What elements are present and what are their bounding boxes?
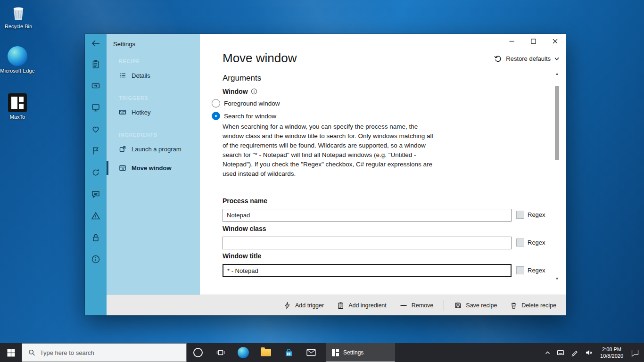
taskbar: Settings [0, 343, 644, 362]
remove-button[interactable]: Remove [394, 299, 439, 312]
save-recipe-button[interactable]: Save recipe [449, 299, 503, 312]
regex-label: Regex [528, 211, 545, 218]
keyboard-icon [119, 108, 126, 116]
updates-rail-button[interactable] [91, 168, 100, 177]
monitors-rail-button[interactable] [91, 103, 100, 112]
window-title-input[interactable] [223, 264, 512, 277]
content-pane: Move window Restore defaults Arguments W… [200, 34, 566, 295]
regex-checkbox[interactable] [516, 266, 524, 274]
window-title-regex[interactable]: Regex [516, 266, 545, 274]
trash-icon [510, 302, 517, 309]
feedback-icon [91, 189, 100, 199]
task-view-icon [216, 348, 225, 357]
taskbar-clock[interactable]: 2:08 PM 10/8/2020 [596, 343, 627, 362]
back-button[interactable] [85, 34, 107, 53]
feedback-rail-button[interactable] [91, 189, 100, 199]
back-arrow-icon [91, 40, 100, 47]
search-icon [28, 349, 35, 356]
desktop-icon-recycle-bin[interactable]: Recycle Bin [1, 3, 36, 29]
recipes-rail-button[interactable] [91, 59, 100, 69]
mail-button[interactable] [300, 343, 322, 362]
info-tooltip-icon[interactable] [251, 88, 257, 95]
window-title-label: Window title [223, 252, 261, 260]
launch-program-icon [119, 145, 126, 153]
scrollbar-thumb[interactable] [555, 86, 559, 160]
toolbar-button-label: Add trigger [295, 302, 324, 309]
restore-defaults-label: Restore defaults [506, 55, 551, 62]
undo-icon [494, 55, 502, 63]
maximize-button[interactable] [522, 34, 544, 48]
toolbar-button-label: Remove [412, 302, 434, 309]
task-view-button[interactable] [209, 343, 232, 362]
minimize-icon [509, 39, 514, 44]
scroll-down-arrow-icon[interactable]: ▼ [554, 277, 560, 281]
language-rail-button[interactable] [91, 146, 100, 156]
process-name-regex[interactable]: Regex [516, 211, 545, 219]
edge-icon [238, 347, 249, 358]
about-rail-button[interactable] [91, 255, 100, 264]
store-button[interactable] [277, 343, 300, 362]
desktop-icon-microsoft-edge[interactable]: Microsoft Edge [0, 46, 35, 74]
cortana-button[interactable] [187, 343, 209, 362]
nav-item-launch-a-program[interactable]: Launch a program [107, 140, 200, 158]
save-icon [454, 302, 462, 309]
radio-foreground-window[interactable]: Foreground window [212, 99, 280, 107]
edge-taskbar-button[interactable] [232, 343, 255, 362]
close-icon [553, 39, 558, 44]
regex-checkbox[interactable] [516, 239, 524, 247]
action-center-button[interactable] [627, 343, 643, 362]
radio-search-for-window[interactable]: Search for window [212, 112, 276, 120]
flag-icon [91, 146, 100, 156]
monitor-icon [91, 103, 100, 112]
clock-time: 2:08 PM [602, 346, 621, 353]
volume-button[interactable] [582, 343, 596, 362]
file-explorer-button[interactable] [255, 343, 277, 362]
mail-icon [306, 349, 316, 356]
add-trigger-button[interactable]: Add trigger [278, 299, 330, 312]
window-class-regex[interactable]: Regex [516, 239, 545, 247]
nav-title: Settings [107, 34, 200, 48]
hidden-icons-button[interactable] [542, 343, 553, 362]
troubleshoot-rail-button[interactable] [91, 211, 100, 221]
nav-item-details[interactable]: Details [107, 66, 200, 85]
process-name-label: Process name [223, 197, 267, 205]
search-input[interactable] [40, 349, 180, 356]
favorites-rail-button[interactable] [91, 124, 100, 134]
pen-button[interactable] [568, 343, 582, 362]
taskbar-task-settings[interactable]: Settings [326, 343, 395, 362]
input-rail-button[interactable] [91, 81, 100, 90]
taskbar-empty-area [395, 343, 542, 362]
add-ingredient-button[interactable]: Add ingredient [331, 299, 392, 312]
nav-section-heading: TRIGGERS [119, 95, 200, 101]
radio-circle[interactable] [212, 99, 220, 107]
radio-label: Search for window [224, 113, 276, 120]
lock-icon [91, 233, 100, 242]
page-title: Move window [223, 51, 297, 66]
restore-defaults-button[interactable]: Restore defaults [494, 55, 559, 63]
settings-window-icon [332, 349, 339, 356]
desktop-icon-label: Recycle Bin [5, 24, 32, 29]
minimize-button[interactable] [501, 34, 522, 48]
taskbar-search[interactable] [22, 343, 187, 362]
scrollbar[interactable]: ▲ ▼ [554, 72, 560, 281]
pen-icon [571, 349, 578, 356]
radio-circle[interactable] [212, 112, 220, 120]
start-button[interactable] [0, 343, 22, 362]
close-button[interactable] [544, 34, 566, 48]
maximize-icon [531, 39, 536, 44]
nav-item-move-window[interactable]: Move window [107, 158, 200, 177]
nav-item-label: Launch a program [132, 146, 182, 153]
license-rail-button[interactable] [91, 233, 100, 242]
input-field-icon [91, 81, 100, 90]
scroll-up-arrow-icon[interactable]: ▲ [554, 72, 560, 76]
process-name-input[interactable] [223, 209, 512, 222]
heart-icon [91, 124, 100, 134]
regex-checkbox[interactable] [516, 211, 524, 219]
window-class-label: Window class [223, 225, 266, 232]
nav-item-hotkey[interactable]: Hotkey [107, 103, 200, 122]
touch-keyboard-button[interactable] [553, 343, 568, 362]
delete-recipe-button[interactable]: Delete recipe [504, 299, 562, 312]
window-class-input[interactable] [223, 237, 512, 249]
desktop-icon-maxto[interactable]: MaxTo [0, 93, 35, 120]
refresh-icon [91, 168, 100, 177]
